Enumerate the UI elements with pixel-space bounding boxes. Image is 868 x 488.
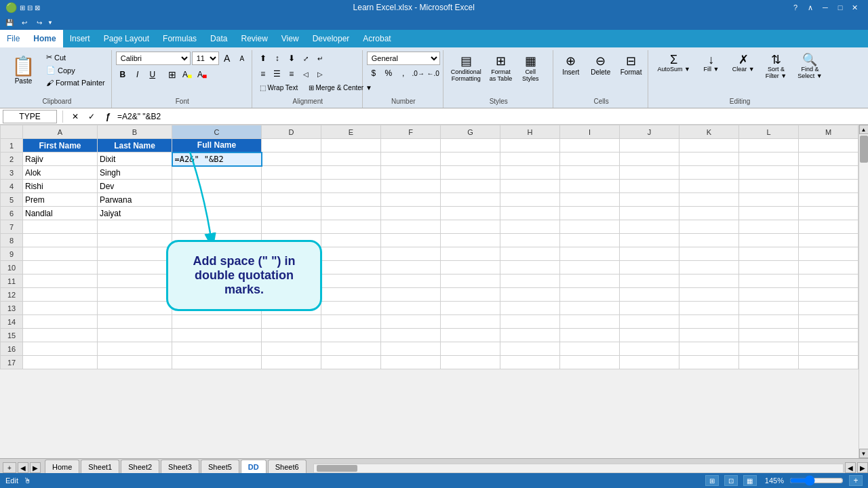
menu-acrobat[interactable]: Acrobat bbox=[356, 30, 397, 47]
cell-h17[interactable] bbox=[500, 356, 560, 369]
cell-f10[interactable] bbox=[381, 261, 441, 274]
sheet-tab-dd[interactable]: DD bbox=[241, 460, 267, 473]
cell-k14[interactable] bbox=[679, 315, 739, 329]
cell-f1[interactable] bbox=[381, 139, 441, 152]
page-layout-view-button[interactable]: ⊡ bbox=[724, 475, 738, 486]
cell-b17[interactable] bbox=[98, 356, 172, 369]
cell-l15[interactable] bbox=[739, 329, 799, 342]
cell-i9[interactable] bbox=[560, 247, 620, 261]
scroll-hbar-left[interactable]: ◀ bbox=[845, 462, 856, 473]
cell-c6[interactable] bbox=[172, 207, 262, 220]
help-button[interactable]: ? bbox=[788, 1, 803, 14]
redo-qa-button[interactable]: ↪ bbox=[33, 16, 46, 28]
cell-i2[interactable] bbox=[560, 152, 620, 166]
percent-button[interactable]: % bbox=[382, 66, 395, 80]
zoom-slider[interactable] bbox=[789, 476, 844, 485]
insert-function-button[interactable]: ƒ bbox=[101, 110, 115, 123]
cell-g13[interactable] bbox=[441, 302, 500, 315]
cell-b3[interactable]: Singh bbox=[98, 166, 172, 180]
cell-styles-button[interactable]: ▦ CellStyles bbox=[517, 52, 544, 84]
cell-j11[interactable] bbox=[620, 274, 679, 288]
cell-l17[interactable] bbox=[739, 356, 799, 369]
cell-e3[interactable] bbox=[321, 166, 381, 180]
cell-l7[interactable] bbox=[739, 220, 799, 234]
row-header[interactable]: 7 bbox=[1, 220, 23, 234]
cell-h15[interactable] bbox=[500, 329, 560, 342]
scroll-thumb[interactable] bbox=[860, 136, 868, 163]
cell-d13[interactable] bbox=[262, 302, 321, 315]
cell-k11[interactable] bbox=[679, 274, 739, 288]
col-header-d[interactable]: D bbox=[262, 125, 321, 139]
cell-f12[interactable] bbox=[381, 288, 441, 302]
zoom-in-button[interactable]: + bbox=[849, 475, 863, 486]
normal-view-button[interactable]: ⊞ bbox=[705, 475, 719, 486]
font-name-select[interactable]: Calibri bbox=[116, 52, 191, 65]
cell-k4[interactable] bbox=[679, 180, 739, 193]
col-header-e[interactable]: E bbox=[321, 125, 381, 139]
font-size-select[interactable]: 11 bbox=[192, 52, 219, 65]
row-header[interactable]: 4 bbox=[1, 180, 23, 193]
cancel-formula-button[interactable]: ✕ bbox=[68, 110, 82, 123]
cell-l13[interactable] bbox=[739, 302, 799, 315]
cell-g10[interactable] bbox=[441, 261, 500, 274]
cell-a16[interactable] bbox=[23, 342, 98, 356]
cell-j5[interactable] bbox=[620, 193, 679, 207]
cell-h10[interactable] bbox=[500, 261, 560, 274]
cell-j16[interactable] bbox=[620, 342, 679, 356]
cell-d15[interactable] bbox=[262, 329, 321, 342]
cell-m6[interactable] bbox=[799, 207, 859, 220]
cell-e13[interactable] bbox=[321, 302, 381, 315]
align-top-button[interactable]: ⬆ bbox=[256, 52, 270, 65]
restore-button[interactable]: □ bbox=[833, 1, 848, 14]
cell-l14[interactable] bbox=[739, 315, 799, 329]
italic-button[interactable]: I bbox=[131, 68, 144, 81]
cell-k3[interactable] bbox=[679, 166, 739, 180]
cell-l12[interactable] bbox=[739, 288, 799, 302]
row-header[interactable]: 12 bbox=[1, 288, 23, 302]
cell-k6[interactable] bbox=[679, 207, 739, 220]
cell-j14[interactable] bbox=[620, 315, 679, 329]
cell-e5[interactable] bbox=[321, 193, 381, 207]
align-left-button[interactable]: ≡ bbox=[256, 67, 270, 81]
sheet-tab-sheet1[interactable]: Sheet1 bbox=[81, 460, 119, 473]
cell-g9[interactable] bbox=[441, 247, 500, 261]
cell-e12[interactable] bbox=[321, 288, 381, 302]
cell-i1[interactable] bbox=[560, 139, 620, 152]
cell-g6[interactable] bbox=[441, 207, 500, 220]
cell-b13[interactable] bbox=[98, 302, 172, 315]
cell-e11[interactable] bbox=[321, 274, 381, 288]
row-header[interactable]: 3 bbox=[1, 166, 23, 180]
cell-k9[interactable] bbox=[679, 247, 739, 261]
sheet-tab-sheet5[interactable]: Sheet5 bbox=[201, 460, 239, 473]
cell-j17[interactable] bbox=[620, 356, 679, 369]
cell-i3[interactable] bbox=[560, 166, 620, 180]
cell-m9[interactable] bbox=[799, 247, 859, 261]
cell-j7[interactable] bbox=[620, 220, 679, 234]
cell-a1[interactable]: First Name bbox=[23, 139, 98, 152]
cell-f7[interactable] bbox=[381, 220, 441, 234]
cell-a17[interactable] bbox=[23, 356, 98, 369]
cell-e2[interactable] bbox=[321, 152, 381, 166]
cell-a5[interactable]: Prem bbox=[23, 193, 98, 207]
cell-l8[interactable] bbox=[739, 234, 799, 247]
cell-a7[interactable] bbox=[23, 220, 98, 234]
cell-j3[interactable] bbox=[620, 166, 679, 180]
cell-l16[interactable] bbox=[739, 342, 799, 356]
row-header[interactable]: 13 bbox=[1, 302, 23, 315]
formula-input[interactable] bbox=[117, 110, 865, 123]
cell-f2[interactable] bbox=[381, 152, 441, 166]
row-header[interactable]: 8 bbox=[1, 234, 23, 247]
col-header-f[interactable]: F bbox=[381, 125, 441, 139]
scroll-tabs-right[interactable]: ▶ bbox=[30, 462, 41, 473]
row-header[interactable]: 16 bbox=[1, 342, 23, 356]
cell-a9[interactable] bbox=[23, 247, 98, 261]
cell-b1[interactable]: Last Name bbox=[98, 139, 172, 152]
save-qa-button[interactable]: 💾 bbox=[3, 16, 16, 28]
cell-e16[interactable] bbox=[321, 342, 381, 356]
cell-l5[interactable] bbox=[739, 193, 799, 207]
cell-b5[interactable]: Parwana bbox=[98, 193, 172, 207]
cell-g4[interactable] bbox=[441, 180, 500, 193]
cell-g3[interactable] bbox=[441, 166, 500, 180]
cell-g15[interactable] bbox=[441, 329, 500, 342]
cell-h3[interactable] bbox=[500, 166, 560, 180]
